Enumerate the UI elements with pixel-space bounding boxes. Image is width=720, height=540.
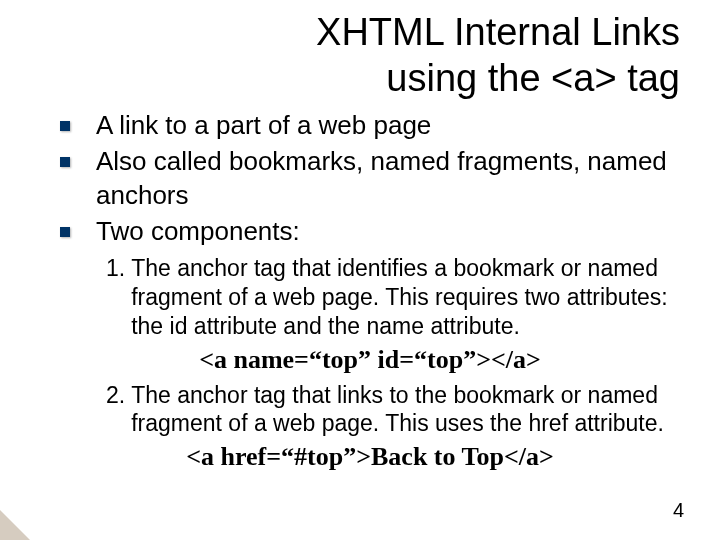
- slide-content: A link to a part of a web page Also call…: [0, 101, 720, 472]
- title-line-1: XHTML Internal Links: [316, 11, 680, 53]
- numbered-item: 2. The anchor tag that links to the book…: [106, 381, 680, 439]
- slide-title: XHTML Internal Links using the <a> tag: [0, 0, 720, 101]
- numbered-marker: 2.: [106, 381, 125, 439]
- numbered-list: 1. The anchor tag that identifies a book…: [60, 254, 680, 340]
- numbered-marker: 1.: [106, 254, 125, 340]
- page-number: 4: [673, 499, 684, 522]
- numbered-list: 2. The anchor tag that links to the book…: [60, 381, 680, 439]
- code-example-1: <a name=“top” id=“top”></a>: [60, 345, 680, 375]
- numbered-text: The anchor tag that identifies a bookmar…: [131, 254, 680, 340]
- corner-fold-icon: [0, 510, 30, 540]
- numbered-text: The anchor tag that links to the bookmar…: [131, 381, 680, 439]
- main-bullets: A link to a part of a web page Also call…: [60, 109, 680, 248]
- bullet-item: Also called bookmarks, named fragments, …: [60, 145, 680, 213]
- title-line-2: using the <a> tag: [386, 57, 680, 99]
- code-example-2: <a href=“#top”>Back to Top</a>: [60, 442, 680, 472]
- bullet-item: Two components:: [60, 215, 680, 249]
- bullet-item: A link to a part of a web page: [60, 109, 680, 143]
- numbered-item: 1. The anchor tag that identifies a book…: [106, 254, 680, 340]
